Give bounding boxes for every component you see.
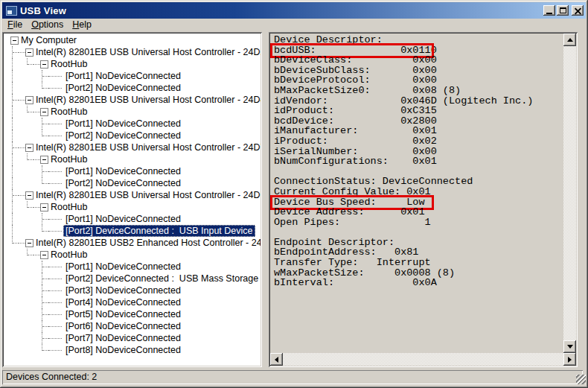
tree-guide — [4, 118, 19, 130]
tree-item-label[interactable]: Intel(R) 82801EB USB Universal Host Cont… — [33, 94, 261, 106]
tree-item-label[interactable]: [Port6] NoDeviceConnected — [63, 320, 183, 332]
tree-view[interactable]: My ComputerIntel(R) 82801EB USB Universa… — [4, 34, 261, 366]
tree-item-label[interactable]: [Port2] NoDeviceConnected — [63, 177, 183, 189]
tree-row[interactable]: [Port1] NoDeviceConnected — [4, 165, 261, 177]
tree-item-label[interactable]: [Port2] DeviceConnected : USB Input Devi… — [63, 225, 255, 237]
scroll-right-button[interactable] — [563, 353, 576, 366]
tree-row[interactable]: [Port4] NoDeviceConnected — [4, 296, 261, 308]
title-bar[interactable]: USB View — [2, 2, 586, 19]
tree-row[interactable]: [Port6] NoDeviceConnected — [4, 320, 261, 332]
menu-options[interactable]: Options — [27, 19, 68, 32]
tree-icon-cell — [33, 106, 48, 118]
menu-file[interactable]: File — [3, 19, 27, 32]
tree-expand-minus-icon[interactable] — [10, 36, 19, 45]
tree-connector — [33, 332, 48, 344]
tree-row[interactable]: [Port7] NoDeviceConnected — [4, 332, 261, 344]
close-button[interactable] — [572, 5, 584, 16]
details-line — [274, 227, 563, 238]
maximize-button[interactable] — [557, 5, 569, 16]
tree-item-label[interactable]: [Port1] NoDeviceConnected — [63, 118, 183, 130]
tree-row[interactable]: [Port1] NoDeviceConnected — [4, 213, 261, 225]
tree-item-label[interactable]: RootHub — [48, 201, 89, 213]
tree-item-label[interactable]: RootHub — [48, 249, 89, 261]
tree-item-label[interactable]: RootHub — [48, 58, 89, 70]
scroll-up-button[interactable] — [563, 34, 576, 46]
tree-item-label[interactable]: My Computer — [19, 34, 79, 46]
details-line: Transfer Type: Interrupt — [274, 258, 563, 268]
tree-guide — [4, 106, 19, 118]
details-line: Current Config Value: 0x01 — [274, 187, 563, 197]
menu-help[interactable]: Help — [68, 19, 96, 32]
tree-item-label[interactable]: [Port1] NoDeviceConnected — [63, 261, 183, 273]
tree-item-label[interactable]: Intel(R) 82801EB USB Universal Host Cont… — [33, 46, 261, 58]
resize-grip[interactable] — [576, 375, 586, 384]
tree-expand-minus-icon[interactable] — [25, 239, 33, 247]
tree-item-label[interactable]: [Port3] NoDeviceConnected — [63, 284, 183, 296]
tree-item-label[interactable]: [Port2] NoDeviceConnected — [63, 82, 183, 94]
tree-item-label[interactable]: Intel(R) 82801EB USB2 Enhanced Host Cont… — [33, 237, 261, 249]
tree-row[interactable]: RootHub — [4, 249, 261, 261]
tree-expand-minus-icon[interactable] — [40, 251, 48, 259]
tree-item-label[interactable]: [Port5] NoDeviceConnected — [63, 308, 183, 320]
tree-item-label[interactable]: [Port7] NoDeviceConnected — [63, 332, 183, 344]
tree-row[interactable]: Intel(R) 82801EB USB2 Enhanced Host Cont… — [4, 237, 261, 249]
minimize-button[interactable] — [543, 5, 555, 16]
tree-row[interactable]: [Port5] NoDeviceConnected — [4, 308, 261, 320]
tree-item-label[interactable]: Intel(R) 82801EB USB Universal Host Cont… — [33, 141, 261, 153]
tree-expand-minus-icon[interactable] — [25, 144, 33, 152]
scroll-down-icon — [567, 345, 573, 349]
tree-icon-cell — [48, 320, 63, 332]
tree-expand-minus-icon[interactable] — [25, 96, 33, 104]
tree-row[interactable]: [Port1] NoDeviceConnected — [4, 261, 261, 273]
tree-row[interactable]: [Port3] NoDeviceConnected — [4, 284, 261, 296]
tree-item-label[interactable]: RootHub — [48, 153, 89, 165]
tree-connector — [33, 118, 48, 130]
tree-row[interactable]: Intel(R) 82801EB USB Universal Host Cont… — [4, 189, 261, 201]
scroll-down-button[interactable] — [563, 340, 576, 353]
tree-row[interactable]: RootHub — [4, 106, 261, 118]
tree-item-label[interactable]: RootHub — [48, 106, 89, 118]
details-text[interactable]: Device Descriptor:bcdUSB: 0x0110bDeviceC… — [270, 34, 563, 353]
tree-row[interactable]: RootHub — [4, 58, 261, 70]
tree-expand-minus-icon[interactable] — [25, 191, 33, 200]
tree-row[interactable]: [Port8] NoDeviceConnected — [4, 344, 261, 356]
horizontal-scrollbar[interactable] — [270, 353, 576, 366]
tree-row[interactable]: Intel(R) 82801EB USB Universal Host Cont… — [4, 94, 261, 106]
details-line: Device Descriptor: — [274, 35, 563, 45]
tree-connector — [19, 249, 33, 261]
tree-guide — [4, 201, 19, 213]
tree-item-label[interactable]: Intel(R) 82801EB USB Universal Host Cont… — [33, 189, 261, 201]
tree-row[interactable]: [Port2] NoDeviceConnected — [4, 82, 261, 94]
tree-item-label[interactable]: [Port1] NoDeviceConnected — [63, 165, 183, 177]
tree-row[interactable]: [Port2] DeviceConnected : USB Mass Stora… — [4, 273, 261, 284]
tree-row[interactable]: Intel(R) 82801EB USB Universal Host Cont… — [4, 141, 261, 153]
tree-row[interactable]: My Computer — [4, 34, 261, 46]
tree-connector — [19, 201, 33, 213]
tree-item-label[interactable]: [Port4] NoDeviceConnected — [63, 296, 183, 308]
tree-item-label[interactable]: [Port1] NoDeviceConnected — [63, 213, 183, 225]
tree-expand-minus-icon[interactable] — [40, 108, 48, 116]
tree-row[interactable]: [Port1] NoDeviceConnected — [4, 118, 261, 130]
minus-glyph — [28, 147, 31, 148]
tree-connector — [33, 344, 48, 356]
tree-expand-minus-icon[interactable] — [40, 60, 48, 69]
tree-row[interactable]: RootHub — [4, 153, 261, 165]
tree-expand-minus-icon[interactable] — [40, 156, 48, 164]
tree-row[interactable]: Intel(R) 82801EB USB Universal Host Cont… — [4, 46, 261, 58]
vertical-scrollbar[interactable] — [563, 34, 576, 353]
tree-item-label[interactable]: [Port8] NoDeviceConnected — [63, 344, 183, 356]
tree-expand-minus-icon[interactable] — [40, 203, 48, 212]
tree-connector — [33, 320, 48, 332]
tree-row[interactable]: RootHub — [4, 201, 261, 213]
tree-item-label[interactable]: [Port2] DeviceConnected : USB Mass Stora… — [63, 273, 261, 284]
tree-row[interactable]: [Port2] NoDeviceConnected — [4, 177, 261, 189]
tree-expand-minus-icon[interactable] — [25, 48, 33, 57]
tree-item-label[interactable]: [Port1] NoDeviceConnected — [63, 70, 183, 82]
scroll-left-button[interactable] — [270, 353, 283, 366]
tree-row[interactable]: [Port2] DeviceConnected : USB Input Devi… — [4, 225, 261, 237]
tree-item-label[interactable]: [Port2] NoDeviceConnected — [63, 130, 183, 141]
tree-row[interactable]: [Port2] NoDeviceConnected — [4, 130, 261, 141]
app-icon[interactable] — [6, 6, 17, 16]
tree-row[interactable]: [Port1] NoDeviceConnected — [4, 70, 261, 82]
tree-icon-cell — [19, 46, 33, 58]
